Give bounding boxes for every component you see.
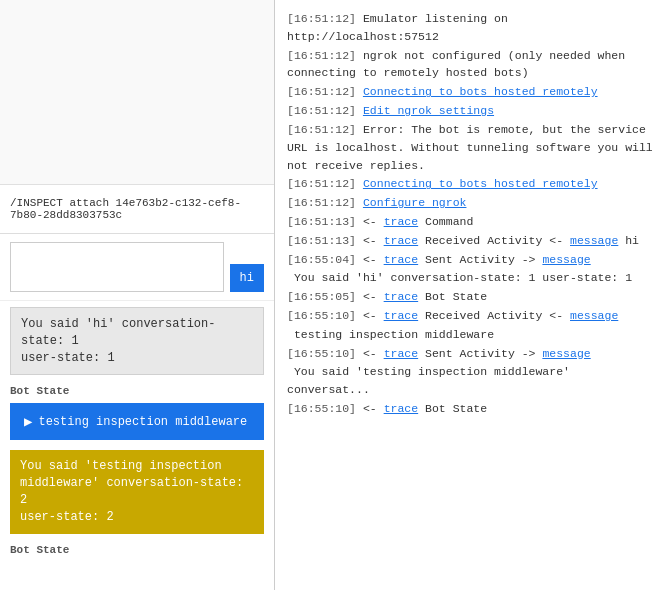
log-text: Received Activity <-	[425, 309, 570, 322]
configure-ngrok-link[interactable]: Configure ngrok	[363, 196, 467, 209]
log-line-2: [16:51:12] ngrok not configured (only ne…	[287, 47, 653, 83]
left-panel: /INSPECT attach 14e763b2-c132-cef8-7b80-…	[0, 0, 275, 590]
log-text: Bot State	[425, 290, 487, 303]
top-space	[0, 0, 274, 185]
app-container: /INSPECT attach 14e763b2-c132-cef8-7b80-…	[0, 0, 665, 590]
trace-link-2[interactable]: trace	[384, 234, 419, 247]
trace-link-7[interactable]: trace	[384, 402, 419, 415]
connecting-link-1[interactable]: Connecting to bots hosted remotely	[363, 85, 598, 98]
log-line-14: [16:55:10] <- trace Bot State	[287, 400, 653, 418]
log-line-11: [16:55:05] <- trace Bot State	[287, 288, 653, 306]
log-line-10: [16:55:04] <- trace Sent Activity -> mes…	[287, 251, 653, 269]
log-text: testing inspection middleware	[287, 328, 494, 341]
bot-state-button[interactable]: ▶ testing inspection middleware	[10, 403, 264, 440]
log-line-5: [16:51:12] Error: The bot is remote, but…	[287, 121, 653, 174]
log-time: [16:51:12]	[287, 196, 356, 209]
arrow-left: <-	[363, 253, 384, 266]
log-line-1: [16:51:12] Emulator listening on http://…	[287, 10, 653, 46]
inspect-text: /INSPECT attach 14e763b2-c132-cef8-7b80-…	[10, 197, 241, 221]
trace-link-5[interactable]: trace	[384, 309, 419, 322]
log-time: [16:55:10]	[287, 347, 356, 360]
log-line-13-cont: You said 'testing inspection middleware'…	[287, 363, 653, 399]
inspect-bar: /INSPECT attach 14e763b2-c132-cef8-7b80-…	[0, 185, 274, 234]
log-text: Sent Activity ->	[425, 347, 542, 360]
edit-ngrok-link[interactable]: Edit ngrok settings	[363, 104, 494, 117]
bot-state-label-1: Bot State	[0, 381, 274, 399]
log-line-6: [16:51:12] Connecting to bots hosted rem…	[287, 175, 653, 193]
response-message-2: You said 'testing inspection middleware'…	[10, 450, 264, 533]
trace-link-6[interactable]: trace	[384, 347, 419, 360]
log-line-10-cont: You said 'hi' conversation-state: 1 user…	[287, 269, 653, 287]
arrow-left: <-	[363, 234, 384, 247]
connecting-link-2[interactable]: Connecting to bots hosted remotely	[363, 177, 598, 190]
log-line-9: [16:51:13] <- trace Received Activity <-…	[287, 232, 653, 250]
bot-state-button-label: testing inspection middleware	[38, 415, 247, 429]
log-text: hi	[625, 234, 639, 247]
send-button[interactable]: hi	[230, 264, 264, 292]
bot-state-label-2: Bot State	[0, 540, 274, 558]
log-time: [16:55:10]	[287, 309, 356, 322]
log-time: [16:51:12]	[287, 12, 356, 25]
chat-input[interactable]	[10, 242, 224, 292]
log-line-13: [16:55:10] <- trace Sent Activity -> mes…	[287, 345, 653, 363]
cursor-icon: ▶	[24, 413, 32, 430]
log-text: Sent Activity ->	[425, 253, 542, 266]
log-time: [16:55:05]	[287, 290, 356, 303]
log-time: [16:55:04]	[287, 253, 356, 266]
log-text: Command	[425, 215, 473, 228]
log-line-8: [16:51:13] <- trace Command	[287, 213, 653, 231]
log-line-12-cont: testing inspection middleware	[287, 326, 653, 344]
log-time: [16:55:10]	[287, 402, 356, 415]
log-time: [16:51:12]	[287, 49, 356, 62]
trace-link-3[interactable]: trace	[384, 253, 419, 266]
log-time: [16:51:13]	[287, 215, 356, 228]
log-text: Bot State	[425, 402, 487, 415]
chat-input-area: hi	[0, 234, 274, 301]
log-time: [16:51:13]	[287, 234, 356, 247]
message-link-3[interactable]: message	[570, 309, 618, 322]
log-time: [16:51:12]	[287, 85, 356, 98]
log-line-12: [16:55:10] <- trace Received Activity <-…	[287, 307, 653, 325]
arrow-left: <-	[363, 309, 384, 322]
arrow-left: <-	[363, 290, 384, 303]
log-time: [16:51:12]	[287, 123, 356, 136]
log-time: [16:51:12]	[287, 104, 356, 117]
message-link-4[interactable]: message	[542, 347, 590, 360]
arrow-left: <-	[363, 347, 384, 360]
log-text: You said 'testing inspection middleware'…	[287, 365, 570, 396]
response-message-1: You said 'hi' conversation-state: 1 user…	[10, 307, 264, 375]
trace-link-4[interactable]: trace	[384, 290, 419, 303]
log-text: Received Activity <-	[425, 234, 570, 247]
log-line-7: [16:51:12] Configure ngrok	[287, 194, 653, 212]
log-line-4: [16:51:12] Edit ngrok settings	[287, 102, 653, 120]
arrow-left: <-	[363, 215, 384, 228]
arrow-left: <-	[363, 402, 384, 415]
right-panel: [16:51:12] Emulator listening on http://…	[275, 0, 665, 590]
log-line-3: [16:51:12] Connecting to bots hosted rem…	[287, 83, 653, 101]
message-link-2[interactable]: message	[542, 253, 590, 266]
message-link-1[interactable]: message	[570, 234, 618, 247]
log-text: You said 'hi' conversation-state: 1 user…	[287, 271, 632, 284]
log-time: [16:51:12]	[287, 177, 356, 190]
trace-link-1[interactable]: trace	[384, 215, 419, 228]
